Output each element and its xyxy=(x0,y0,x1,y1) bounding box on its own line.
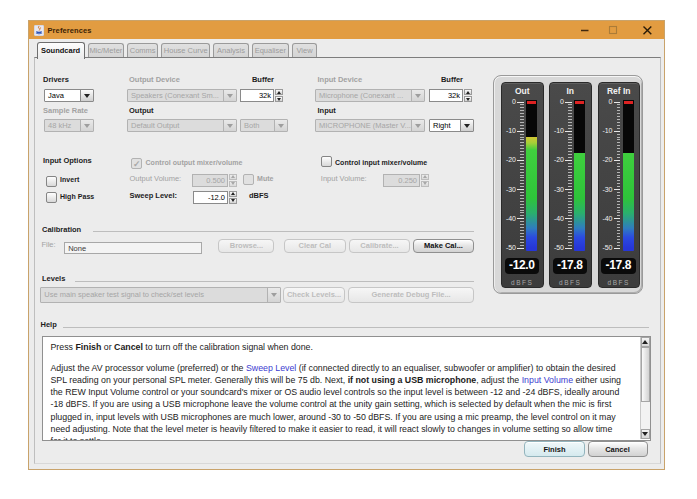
spinner-down-icon[interactable] xyxy=(464,96,472,102)
tab-house-curve[interactable]: House Curve xyxy=(161,43,211,57)
chevron-down-icon[interactable] xyxy=(460,120,473,131)
make-cal-button[interactable]: Make Cal... xyxy=(413,239,474,253)
meter-tick xyxy=(520,113,524,114)
meter-tick xyxy=(617,157,621,158)
maximize-button[interactable] xyxy=(605,21,621,39)
help-line: Press Finish or Cancel to turn off the c… xyxy=(51,342,636,354)
meter-tick xyxy=(568,148,572,149)
meter-tick xyxy=(617,204,621,205)
meter-tick xyxy=(568,180,572,181)
clip-indicator xyxy=(624,101,633,105)
buffer-input-label: Buffer xyxy=(429,75,463,84)
output-buffer-spinner[interactable]: 32k xyxy=(240,89,283,102)
invert-label[interactable]: Invert xyxy=(60,175,79,184)
meter-tick xyxy=(617,128,621,129)
tab-equaliser[interactable]: Equaliser xyxy=(252,43,289,57)
high-pass-checkbox[interactable] xyxy=(46,192,57,203)
cancel-button[interactable]: Cancel xyxy=(588,441,648,457)
tab-soundcard[interactable]: Soundcard xyxy=(37,42,85,59)
meter-unit-label: dBFS xyxy=(550,279,591,286)
chevron-down-icon xyxy=(274,120,287,131)
tab-comms[interactable]: Comms xyxy=(127,43,158,57)
input-volume-label: Input Volume: xyxy=(321,174,367,183)
meter-tick xyxy=(617,230,621,231)
finish-button[interactable]: Finish xyxy=(524,441,585,457)
invert-checkbox[interactable] xyxy=(46,176,57,187)
chevron-down-icon xyxy=(267,288,280,302)
meter-tick xyxy=(520,145,524,146)
meter-tick xyxy=(520,148,524,149)
help-line: Adjust the AV processor volume (preferre… xyxy=(51,363,636,375)
calibrate-button: Calibrate... xyxy=(349,239,410,253)
help-text-area[interactable]: Press Finish or Cancel to turn off the c… xyxy=(42,336,651,441)
tab-view[interactable]: View xyxy=(292,43,318,57)
meter-tick xyxy=(617,177,621,178)
meter-tick xyxy=(568,212,572,213)
clip-indicator xyxy=(527,101,536,105)
level-meters-panel: Out0-10-20-30-40-50-12.0dBFSIn0-10-20-30… xyxy=(493,75,643,294)
meter-tick xyxy=(565,160,572,161)
meter-tick xyxy=(520,210,524,211)
input-channel-combo[interactable]: Right xyxy=(429,119,474,132)
meter-tick xyxy=(520,195,524,196)
control-input-mixer-label[interactable]: Control input mixer/volume xyxy=(335,158,427,167)
meter-tick xyxy=(520,116,524,117)
meter-scale-label: -30 xyxy=(502,186,516,193)
sweep-level-spinner[interactable]: -12.0 xyxy=(193,191,237,204)
spinner-up-icon[interactable] xyxy=(229,191,237,197)
meter-tick xyxy=(617,210,621,211)
meter-tick xyxy=(520,215,524,216)
meter-tick xyxy=(617,145,621,146)
close-button[interactable] xyxy=(640,21,656,39)
chevron-down-icon[interactable] xyxy=(80,90,93,101)
meter-tick xyxy=(520,242,524,243)
meter-tick xyxy=(517,189,524,190)
meter-tick xyxy=(617,139,621,140)
chevron-down-icon xyxy=(80,120,93,131)
chevron-down-icon xyxy=(411,90,424,101)
scrollbar-thumb[interactable] xyxy=(641,347,650,402)
input-device-combo: Microphone (Conexant ... xyxy=(315,89,425,102)
meter-tick xyxy=(520,107,524,108)
title-bar[interactable]: Preferences xyxy=(29,21,664,39)
meter-tick xyxy=(520,198,524,199)
meter-title: Out xyxy=(502,86,543,96)
minimize-button[interactable] xyxy=(577,21,593,39)
meter-tick xyxy=(617,172,621,173)
cal-file-field[interactable]: None xyxy=(64,242,202,254)
meter-tick xyxy=(617,116,621,117)
calibration-separator xyxy=(93,231,474,232)
control-input-mixer-checkbox[interactable] xyxy=(321,156,332,167)
input-buffer-spinner[interactable]: 32k xyxy=(429,89,472,102)
spinner-down-icon[interactable] xyxy=(275,96,283,102)
meter-tick xyxy=(520,180,524,181)
scroll-up-icon[interactable] xyxy=(641,337,650,347)
meter-tick xyxy=(520,119,524,120)
meter-tick xyxy=(617,104,621,105)
spinner-up-icon[interactable] xyxy=(275,89,283,95)
meter-tick xyxy=(568,163,572,164)
meter-tick xyxy=(568,224,572,225)
scroll-down-icon[interactable] xyxy=(641,429,650,439)
meter-scale-label: -20 xyxy=(550,156,564,163)
meter-value: -12.0 xyxy=(505,258,540,274)
meter-tick xyxy=(520,151,524,152)
meter-scale-label: -10 xyxy=(502,127,516,134)
meter-scale-label: 0 xyxy=(502,98,516,105)
tab-analysis[interactable]: Analysis xyxy=(213,43,249,57)
output-label: Output xyxy=(129,106,154,115)
meter-tick xyxy=(520,212,524,213)
level-meter-in: In0-10-20-30-40-50-17.8dBFS xyxy=(549,82,592,288)
meter-tick xyxy=(568,227,572,228)
high-pass-label[interactable]: High Pass xyxy=(60,192,94,201)
input-device-label: Input Device xyxy=(318,75,363,84)
spinner-down-icon[interactable] xyxy=(229,198,237,204)
tab-mic-meter[interactable]: Mic/Meter xyxy=(88,43,124,57)
drivers-combo[interactable]: Java xyxy=(44,89,94,102)
meter-tick xyxy=(520,177,524,178)
calibration-section-label: Calibration xyxy=(42,225,81,234)
meter-tick xyxy=(568,233,572,234)
spinner-up-icon[interactable] xyxy=(464,89,472,95)
help-scrollbar[interactable] xyxy=(640,337,650,439)
buffer-output-label: Buffer xyxy=(240,75,274,84)
